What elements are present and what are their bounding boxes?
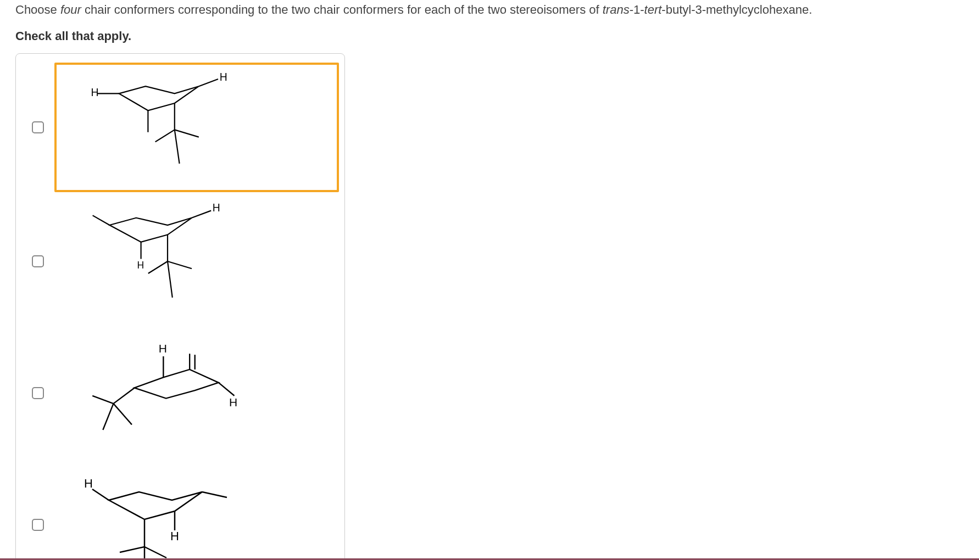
option-row-2: H H [16, 195, 344, 327]
option-row-4: H H [16, 459, 344, 560]
svg-line-22 [92, 489, 109, 500]
chair-conformer-3-svg: H H [57, 333, 254, 453]
svg-line-27 [144, 547, 166, 558]
svg-line-11 [148, 261, 168, 273]
checkbox-3[interactable] [32, 387, 44, 399]
svg-line-8 [192, 210, 211, 217]
checkbox-wrap-4 [21, 519, 54, 531]
structure-3[interactable]: H H [54, 331, 339, 456]
structure-2[interactable]: H H [54, 199, 339, 324]
svg-line-1 [199, 79, 218, 86]
svg-line-23 [202, 492, 227, 497]
svg-line-26 [120, 547, 144, 552]
h-label: H [220, 70, 227, 82]
h-label: H [213, 201, 220, 214]
question-four: four [60, 3, 81, 16]
h-label: H [170, 529, 179, 543]
chair-conformer-2-svg: H H [57, 201, 254, 322]
checkbox-4[interactable] [32, 519, 44, 531]
compound-tert: tert [644, 3, 662, 16]
structure-1[interactable]: H H [54, 63, 339, 192]
question-middle: chair conformers corresponding to the tw… [81, 3, 603, 16]
checkbox-2[interactable] [32, 255, 44, 267]
checkbox-wrap-1 [21, 121, 54, 133]
svg-line-4 [155, 130, 175, 142]
svg-line-6 [175, 130, 180, 164]
question-text: Choose four chair conformers correspondi… [0, 0, 979, 23]
svg-line-21 [113, 404, 131, 424]
svg-line-7 [93, 215, 110, 225]
svg-line-13 [168, 261, 173, 298]
h-label: H [229, 396, 237, 408]
svg-line-20 [103, 404, 113, 430]
question-prefix: Choose [15, 3, 60, 16]
h-label: H [91, 86, 99, 98]
svg-line-12 [168, 261, 192, 268]
check-all-label: Check all that apply. [0, 23, 979, 53]
compound-suffix: -butyl-3-methylcyclohexane. [661, 3, 812, 16]
h-label: H [159, 342, 167, 355]
checkbox-1[interactable] [32, 121, 44, 133]
structure-4[interactable]: H H [54, 462, 339, 560]
chair-conformer-1-svg: H H [59, 67, 257, 188]
svg-line-18 [113, 388, 134, 404]
checkbox-wrap-2 [21, 255, 54, 267]
h-label: H [84, 477, 93, 490]
compound-trans: trans [603, 3, 630, 16]
option-row-3: H H [16, 327, 344, 459]
svg-line-17 [219, 382, 235, 395]
svg-line-19 [92, 395, 113, 403]
svg-line-5 [175, 130, 199, 137]
checkbox-wrap-3 [21, 387, 54, 399]
option-row-1: H H [16, 59, 344, 195]
h-label: H [137, 260, 144, 271]
compound-mid1: -1- [630, 3, 644, 16]
options-panel: H H [15, 53, 345, 560]
chair-conformer-4-svg: H H [57, 464, 254, 560]
